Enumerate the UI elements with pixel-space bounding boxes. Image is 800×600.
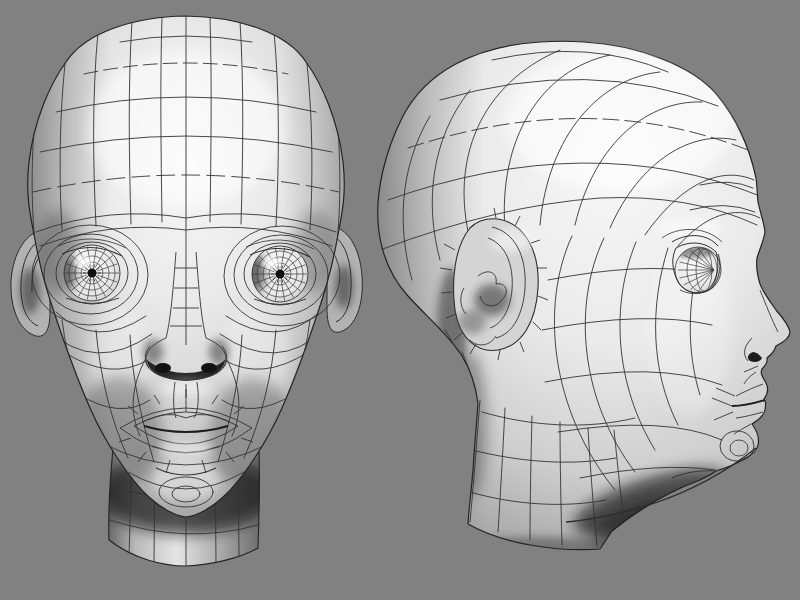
right-nostril: [201, 363, 217, 373]
ear-concha-shadow: [474, 284, 510, 316]
left-nostril: [155, 363, 171, 373]
render-canvas: [0, 0, 800, 600]
left-pupil: [88, 269, 97, 278]
right-pupil: [276, 270, 285, 279]
viewport: [0, 0, 800, 600]
side-head-model: [376, 40, 792, 563]
front-head-model: [11, 10, 362, 566]
